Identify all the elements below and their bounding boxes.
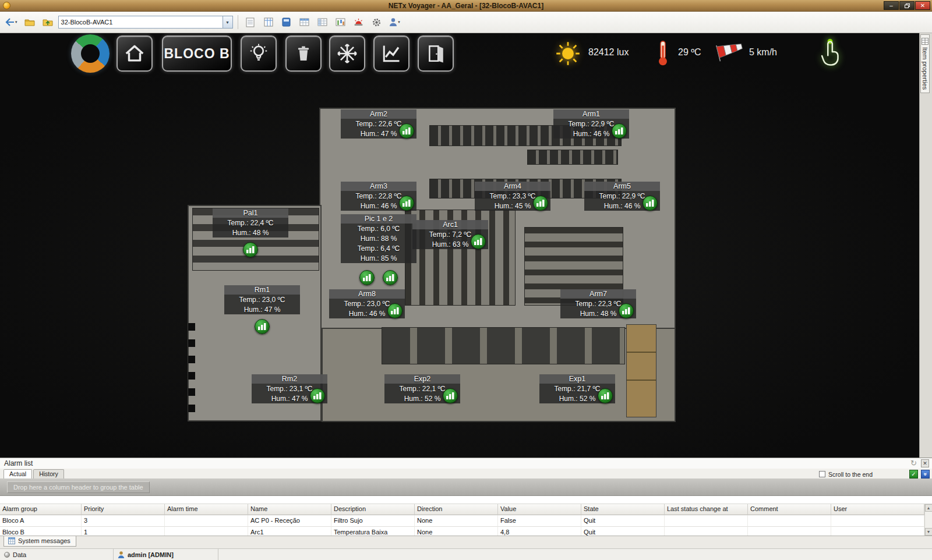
alarm-beacon-icon [354, 17, 363, 27]
sensor-exp1: Exp1Temp.: 21,7 ºCHum.: 52 % [539, 374, 615, 403]
acknowledge-button[interactable]: ✓ [909, 470, 918, 479]
sensor-chart-button[interactable] [399, 123, 414, 139]
column-header-comment[interactable]: Comment [748, 504, 831, 515]
scheduler-button[interactable] [333, 15, 348, 30]
column-header-alarm-time[interactable]: Alarm time [165, 504, 248, 515]
scroll-end-button[interactable]: » [921, 470, 930, 479]
combobox-dropdown-icon[interactable]: ▼ [223, 16, 232, 28]
table-cell [748, 515, 831, 527]
sensor-chart-button[interactable] [243, 242, 258, 257]
titlebar: NETx Voyager - AA_Geral - [32-BlocoB-AVA… [0, 0, 932, 12]
blue-panel-icon [282, 17, 291, 27]
workspace-combobox[interactable]: 32-BlocoB-AVAC1 ▼ [58, 16, 233, 29]
tab-history[interactable]: History [33, 469, 64, 479]
column-header-description[interactable]: Description [331, 504, 415, 515]
open-folder-button[interactable] [22, 15, 37, 30]
sensor-chart-button[interactable] [359, 270, 375, 285]
view-list-button[interactable] [243, 15, 258, 30]
main-view: Item properties BLOCO B [0, 33, 932, 458]
bar-chart-icon [446, 392, 455, 400]
sensor-chart-button[interactable] [387, 303, 403, 318]
bar-chart-icon [601, 392, 610, 400]
sensor-chart-button[interactable] [612, 123, 627, 139]
table-row[interactable]: Bloco A3AC P0 - ReceçãoFiltro SujoNoneFa… [0, 515, 924, 527]
column-header-value[interactable]: Value [498, 504, 581, 515]
table-cell [831, 527, 924, 536]
alarm-view-button[interactable] [351, 15, 366, 30]
table-view-button[interactable] [297, 15, 312, 30]
alarm-close-button[interactable]: ✕ [921, 459, 929, 467]
scroll-down-icon[interactable]: ▼ [925, 528, 932, 536]
sensor-reading: Temp.: 6,0 ºC [341, 224, 416, 233]
sensor-chart-button[interactable] [310, 388, 325, 403]
column-header-priority[interactable]: Priority [82, 504, 165, 515]
up-level-button[interactable] [40, 15, 55, 30]
rack-row-top-right [527, 150, 618, 165]
column-header-direction[interactable]: Direction [415, 504, 498, 515]
table-cell: Filtro Sujo [331, 515, 415, 527]
table-cell [748, 527, 831, 536]
pivot-grid-icon [317, 18, 327, 26]
column-header-name[interactable]: Name [248, 504, 331, 515]
tab-actual[interactable]: Actual [3, 469, 32, 479]
sensor-arm8: Arm8Temp.: 23,0 ºCHum.: 46 % [329, 289, 405, 318]
sensor-chart-button[interactable] [383, 270, 398, 285]
table-spacer-row [0, 496, 932, 504]
alarm-refresh-icon[interactable]: ↻ [910, 459, 917, 467]
bar-chart-icon [386, 274, 395, 282]
sensor-chart-button[interactable] [471, 234, 486, 249]
sensor-chart-button[interactable] [598, 388, 613, 403]
bar-chart-icon [246, 246, 255, 254]
panel-view-button[interactable] [279, 15, 294, 30]
column-header-alarm-group[interactable]: Alarm group [0, 504, 82, 515]
back-dropdown-icon[interactable]: ▾ [15, 20, 17, 24]
scroll-up-icon[interactable]: ▲ [925, 504, 932, 512]
workspace-combobox-value: 32-BlocoB-AVAC1 [59, 19, 223, 26]
cold-rooms-row [382, 327, 625, 364]
column-header-state[interactable]: State [581, 504, 665, 515]
sensor-arm5: Arm5Temp.: 22,9 ºCHum.: 46 % [584, 182, 660, 211]
group-by-hint[interactable]: Drop here a column header to group the t… [7, 481, 150, 493]
sensor-pic-1-e-2: Pic 1 e 2Temp.: 6,0 ºCHum.: 88 %Temp.: 6… [341, 214, 416, 285]
sensor-arc1: Arc1Temp.: 7,2 ºCHum.: 63 % [412, 220, 488, 249]
data-sphere-icon [4, 552, 10, 558]
table-cell [831, 515, 924, 527]
system-messages-label: System messages [18, 537, 70, 544]
sensor-chart-button[interactable] [443, 388, 458, 403]
sensor-chart-button[interactable] [642, 196, 658, 211]
alarm-table-header: Alarm groupPriorityAlarm timeNameDescrip… [0, 504, 924, 515]
table-cell: Temperatura Baixa [331, 527, 415, 536]
close-button[interactable]: ✕ [915, 1, 930, 10]
table-cell: False [498, 515, 581, 527]
sensor-chart-button[interactable] [619, 303, 634, 318]
user-menu-button[interactable]: ▾ [387, 15, 403, 30]
sensor-name: Exp1 [539, 374, 615, 384]
sensor-chart-button[interactable] [533, 196, 548, 211]
report-grid-icon [264, 17, 273, 27]
column-header-user[interactable]: User [831, 504, 924, 515]
system-messages-tab[interactable]: System messages [3, 536, 76, 547]
sensor-chart-button[interactable] [255, 319, 270, 334]
table-row[interactable]: Bloco B1Arc1Temperatura BaixaNone4,8Quit [0, 527, 924, 536]
back-button[interactable]: ▾ [3, 15, 19, 30]
sensor-name: Pic 1 e 2 [341, 214, 416, 224]
sensor-chart-button[interactable] [399, 196, 414, 211]
settings-button[interactable] [369, 15, 384, 30]
restore-button[interactable] [899, 1, 915, 10]
user-dropdown-icon[interactable]: ▾ [398, 20, 400, 24]
sensor-name: Arm1 [553, 109, 629, 119]
column-header-last-status-change-at[interactable]: Last status change at [665, 504, 748, 515]
report-view-button[interactable] [261, 15, 276, 30]
sensor-arm2: Arm2Temp.: 22,6 ºCHum.: 47 % [341, 109, 416, 139]
sensor-rm1: Rm1Temp.: 23,0 ºCHum.: 47 % [224, 285, 300, 334]
table-scrollbar[interactable]: ▲ ▼ [924, 504, 932, 536]
table-cell [665, 527, 748, 536]
scroll-to-end-checkbox[interactable] [819, 471, 825, 477]
pivot-grid-button[interactable] [315, 15, 330, 30]
folder-icon [24, 18, 35, 26]
minimize-button[interactable]: – [884, 1, 899, 10]
item-properties-tab[interactable]: Item properties [920, 34, 930, 93]
office-rooms [626, 324, 656, 417]
bar-chart-icon [313, 392, 322, 400]
sensor-name: Arm7 [560, 289, 636, 299]
